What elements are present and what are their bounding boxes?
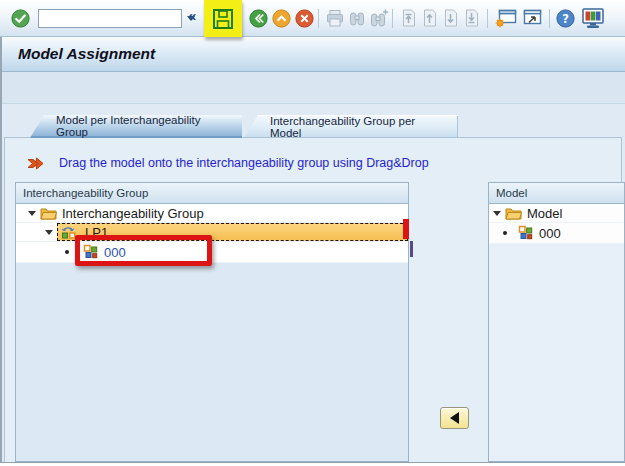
tabstrip: Model per Interchangeability Group Inter…: [30, 115, 458, 138]
tab-label: Interchangeability Group per Model: [270, 115, 440, 139]
folder-icon: [505, 206, 522, 220]
model-column-header: Model: [489, 183, 624, 204]
create-shortcut-icon[interactable]: [521, 9, 544, 28]
orange-arrow-icon: [27, 157, 51, 170]
last-page-icon: [462, 8, 481, 28]
tab-label: Model per Interchangeability Group: [56, 114, 224, 138]
toolbar-separator: [549, 9, 550, 28]
enter-icon[interactable]: [11, 9, 30, 28]
print-icon: [325, 8, 345, 28]
bullet-icon: [65, 250, 69, 254]
tree-node-label[interactable]: Interchangeability Group: [62, 206, 204, 221]
new-session-icon[interactable]: [495, 9, 518, 28]
back-button[interactable]: [249, 9, 268, 28]
tree-node-root[interactable]: Model: [489, 204, 624, 223]
floppy-disk-icon: [211, 7, 235, 31]
command-field[interactable]: [38, 9, 182, 28]
find-icon: [347, 8, 367, 28]
tab-model-per-interchangeability-group[interactable]: Model per Interchangeability Group: [30, 115, 242, 138]
tree-node-root[interactable]: Interchangeability Group: [16, 204, 408, 223]
annotation-red-box: [75, 235, 212, 266]
bullet-icon: [503, 231, 507, 235]
toolbar-separator: [487, 9, 488, 28]
tree-node-model-000[interactable]: 000: [489, 223, 624, 244]
instruction-text: Drag the model onto the interchangeabili…: [59, 156, 429, 170]
tree-empty-area: [489, 244, 624, 461]
window-bottom-border: [0, 462, 625, 466]
interchangeability-group-panel: Interchangeability Group Interchangeabil…: [15, 182, 409, 462]
find-next-icon: [369, 8, 389, 28]
system-toolbar: «: [0, 0, 625, 37]
tree-node-label[interactable]: Model: [527, 206, 562, 221]
cancel-button[interactable]: [295, 9, 314, 28]
window-left-border: [0, 37, 2, 463]
sap-window: «: [0, 0, 625, 466]
customize-layout-icon[interactable]: [581, 7, 605, 30]
toolbar-separator: [392, 9, 393, 28]
move-left-button[interactable]: [440, 407, 469, 429]
model-icon: [518, 225, 534, 241]
drag-indicator-mark: [410, 241, 413, 257]
folder-icon: [40, 206, 57, 220]
collapse-triangle-icon[interactable]: [28, 211, 36, 216]
tab-interchangeability-group-per-model[interactable]: Interchangeability Group per Model: [244, 115, 458, 138]
tree-node-label[interactable]: 000: [539, 226, 561, 241]
application-toolbar: [0, 72, 625, 104]
save-button[interactable]: [211, 7, 235, 31]
collapse-triangle-icon[interactable]: [45, 230, 53, 235]
command-input[interactable]: [39, 11, 187, 26]
toolbar-separator: [318, 9, 319, 28]
save-highlight-annotation: [204, 0, 242, 37]
page-title: Model Assignment: [18, 45, 155, 63]
interchangeability-group-column-header: Interchangeability Group: [16, 183, 408, 204]
previous-page-icon: [420, 8, 439, 28]
next-page-icon: [441, 8, 460, 28]
tree-empty-area: [16, 263, 408, 461]
model-panel: Model Model 000: [488, 182, 625, 462]
first-page-icon: [399, 8, 418, 28]
svg-text:?: ?: [562, 12, 569, 26]
drag-drop-instruction: Drag the model onto the interchangeabili…: [27, 156, 429, 170]
exit-button[interactable]: [272, 9, 291, 28]
model-tree: Model 000: [489, 204, 624, 244]
title-bar: Model Assignment: [0, 37, 625, 72]
help-button[interactable]: ?: [556, 9, 575, 28]
collapse-triangle-icon[interactable]: [493, 211, 501, 216]
left-triangle-icon: [450, 412, 459, 424]
collapse-chevrons-icon[interactable]: «: [188, 7, 196, 24]
annotation-red-mark: [403, 219, 409, 239]
